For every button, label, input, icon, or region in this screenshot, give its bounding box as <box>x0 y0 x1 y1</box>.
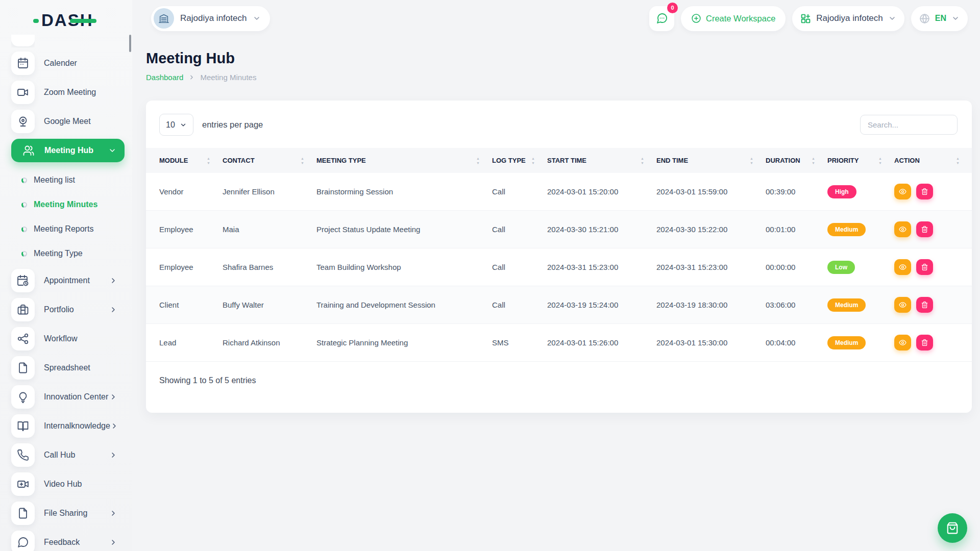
cell-start-time: 2024-03-31 15:23:00 <box>547 248 656 286</box>
feedback-icon <box>11 531 35 551</box>
view-button[interactable] <box>894 221 911 237</box>
view-button[interactable] <box>894 297 911 313</box>
cell-duration: 00:39:00 <box>766 173 827 211</box>
sidebar-item-internalknowledge[interactable]: Internalknowledge <box>11 414 125 438</box>
sidebar-item-spreadsheet[interactable]: Spreadsheet <box>11 356 125 380</box>
table-row: Employee Maia Project Status Update Meet… <box>146 211 972 248</box>
sidebar-item-workflow[interactable]: Workflow <box>11 327 125 350</box>
sort-icon[interactable] <box>750 157 753 165</box>
cell-start-time: 2024-03-30 15:21:00 <box>547 211 656 248</box>
workspace-switcher[interactable]: Rajodiya infotech <box>151 6 270 31</box>
column-label: MEETING TYPE <box>316 157 366 164</box>
chevron-down-icon <box>180 121 187 129</box>
sidebar-item-label: Feedback <box>44 538 80 547</box>
cell-duration: 00:01:00 <box>766 211 827 248</box>
entries-per-page-select[interactable]: 10 <box>159 114 193 136</box>
cell-end-time: 2024-03-19 18:30:00 <box>656 286 766 324</box>
view-button[interactable] <box>894 259 911 275</box>
page-title: Meeting Hub <box>146 50 972 67</box>
sidebar-item-label: Video Hub <box>44 480 82 489</box>
cell-meeting-type: Team Building Workshop <box>316 248 492 286</box>
language-selector[interactable]: EN <box>911 6 968 31</box>
create-workspace-button[interactable]: Create Workspace <box>681 6 786 31</box>
sidebar-subitem-meeting-reports[interactable]: Meeting Reports <box>11 217 132 241</box>
cell-meeting-type: Project Status Update Meeting <box>316 211 492 248</box>
lightbulb-icon <box>11 385 35 409</box>
delete-button[interactable] <box>916 335 933 350</box>
search-input[interactable] <box>860 115 958 135</box>
priority-badge: Medium <box>827 336 866 349</box>
cell-end-time: 2024-03-31 15:23:00 <box>656 248 766 286</box>
view-button[interactable] <box>894 184 911 199</box>
chat-button[interactable]: 0 <box>649 6 674 31</box>
sidebar-subitem-meeting-list[interactable]: Meeting list <box>11 168 132 192</box>
cell-start-time: 2024-03-19 15:24:00 <box>547 286 656 324</box>
column-header-module[interactable]: MODULE <box>146 148 223 173</box>
column-header-log-type[interactable]: LOG TYPE <box>492 148 547 173</box>
sidebar-subitem-meeting-minutes[interactable]: Meeting Minutes <box>11 192 132 217</box>
sidebar-item-feedback[interactable]: Feedback <box>11 531 125 551</box>
sidebar-item-call-hub[interactable]: Call Hub <box>11 443 125 467</box>
chevron-right-icon <box>109 538 117 546</box>
column-header-start-time[interactable]: START TIME <box>547 148 656 173</box>
column-header-end-time[interactable]: END TIME <box>656 148 766 173</box>
store-fab-button[interactable] <box>938 513 967 543</box>
sidebar-item-appointment[interactable]: Appointment <box>11 269 125 292</box>
column-header-contact[interactable]: CONTACT <box>223 148 316 173</box>
sort-icon[interactable] <box>641 157 644 165</box>
eye-icon <box>899 226 906 233</box>
sort-icon[interactable] <box>956 157 960 165</box>
sort-icon[interactable] <box>301 157 304 165</box>
chat-icon <box>656 12 668 24</box>
cell-end-time: 2024-03-30 15:22:00 <box>656 211 766 248</box>
eye-icon <box>899 188 906 195</box>
priority-badge: Medium <box>827 298 866 312</box>
column-header-meeting-type[interactable]: MEETING TYPE <box>316 148 492 173</box>
column-header-duration[interactable]: DURATION <box>766 148 827 173</box>
account-menu[interactable]: Rajodiya infotech <box>792 6 904 31</box>
delete-button[interactable] <box>916 184 933 199</box>
chevron-right-icon <box>109 509 117 517</box>
sidebar-item-meeting-hub[interactable]: Meeting Hub <box>11 139 125 162</box>
sidebar-item-calender[interactable]: Calender <box>11 52 125 75</box>
cell-module: Vendor <box>146 173 223 211</box>
cell-log-type: Call <box>492 248 547 286</box>
sort-icon[interactable] <box>878 157 882 165</box>
sidebar-item-label: Call Hub <box>44 450 75 460</box>
sidebar-item-file-sharing[interactable]: File Sharing <box>11 502 125 525</box>
sidebar-item-video-hub[interactable]: Video Hub <box>11 472 125 496</box>
sidebar-item-partial[interactable] <box>11 35 35 47</box>
chevron-down-icon <box>253 14 261 22</box>
sidebar-item-label: Zoom Meeting <box>44 88 96 97</box>
column-header-priority[interactable]: PRIORITY <box>827 148 894 173</box>
sort-icon[interactable] <box>476 157 480 165</box>
column-label: END TIME <box>656 157 688 164</box>
sidebar-item-innovation-center[interactable]: Innovation Center <box>11 385 125 409</box>
view-button[interactable] <box>894 335 911 350</box>
topbar-actions: 0 Create Workspace Rajodiya infotech EN <box>649 6 968 31</box>
sidebar-item-google-meet[interactable]: Google Meet <box>11 110 125 133</box>
eye-icon <box>899 263 906 271</box>
subitem-label: Meeting Reports <box>34 224 93 234</box>
sidebar-item-zoom-meeting[interactable]: Zoom Meeting <box>11 81 125 104</box>
column-label: LOG TYPE <box>492 157 526 164</box>
sidebar-scrollbar[interactable] <box>129 35 131 52</box>
sort-icon[interactable] <box>531 157 535 165</box>
delete-button[interactable] <box>916 221 933 237</box>
delete-button[interactable] <box>916 259 933 275</box>
subitem-label: Meeting list <box>34 176 75 185</box>
sidebar-subitem-meeting-type[interactable]: Meeting Type <box>11 241 132 266</box>
sidebar-item-label: Calender <box>44 59 77 68</box>
cell-meeting-type: Brainstorming Session <box>316 173 492 211</box>
cell-end-time: 2024-03-01 15:59:00 <box>656 173 766 211</box>
breadcrumb-dashboard-link[interactable]: Dashboard <box>146 73 183 82</box>
sort-icon[interactable] <box>812 157 815 165</box>
sidebar-item-portfolio[interactable]: Portfolio <box>11 298 125 321</box>
app-logo[interactable]: DASH <box>33 11 93 30</box>
column-header-action[interactable]: ACTION <box>894 148 972 173</box>
language-label: EN <box>935 14 946 23</box>
book-open-icon <box>11 414 35 438</box>
delete-button[interactable] <box>916 297 933 313</box>
sort-icon[interactable] <box>207 157 210 165</box>
priority-badge: Medium <box>827 223 866 236</box>
